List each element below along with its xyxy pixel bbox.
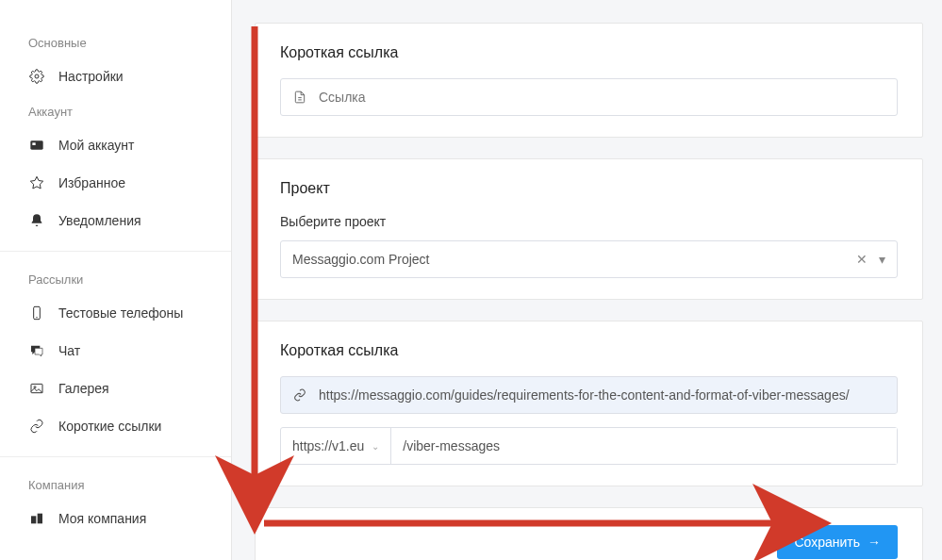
chevron-down-icon[interactable]: ▾ bbox=[879, 252, 885, 267]
project-field-label: Выберите проект bbox=[280, 214, 898, 229]
card-short-link-result: Короткая ссылка https://v1.eu ⌄ bbox=[255, 321, 923, 486]
card-title: Короткая ссылка bbox=[280, 342, 898, 359]
card-project: Проект Выберите проект Messaggio.com Pro… bbox=[255, 158, 923, 300]
sidebar-item-account[interactable]: Мой аккаунт bbox=[0, 126, 231, 164]
svg-rect-8 bbox=[31, 516, 36, 523]
save-button-label: Сохранить bbox=[794, 535, 860, 550]
sidebar-item-label: Тестовые телефоны bbox=[58, 305, 183, 321]
chevron-down-icon: ⌄ bbox=[372, 441, 379, 452]
clear-icon[interactable]: ✕ bbox=[856, 252, 868, 267]
sidebar-item-chat[interactable]: Чат bbox=[0, 332, 231, 370]
sidebar-item-notifications[interactable]: Уведомления bbox=[0, 202, 231, 239]
domain-select[interactable]: https://v1.eu ⌄ bbox=[281, 428, 391, 464]
sidebar-item-label: Мой аккаунт bbox=[58, 138, 134, 153]
sidebar-section-account: Аккаунт bbox=[0, 95, 231, 126]
arrow-right-icon: → bbox=[868, 535, 881, 550]
full-url-display bbox=[280, 376, 898, 414]
sidebar-item-label: Уведомления bbox=[58, 213, 141, 228]
chat-icon bbox=[28, 342, 45, 359]
sidebar-item-test-phones[interactable]: Тестовые телефоны bbox=[0, 294, 231, 332]
gear-icon bbox=[28, 68, 45, 85]
sidebar-item-label: Чат bbox=[58, 343, 80, 358]
main-content: Короткая ссылка Проект Выберите проект M… bbox=[232, 0, 942, 560]
footer-actions: Сохранить → bbox=[255, 507, 923, 560]
save-button[interactable]: Сохранить → bbox=[777, 525, 898, 559]
bell-icon bbox=[28, 212, 45, 229]
svg-point-0 bbox=[35, 74, 39, 78]
card-title: Короткая ссылка bbox=[280, 44, 898, 61]
sidebar-item-gallery[interactable]: Галерея bbox=[0, 370, 231, 407]
link-input-row[interactable] bbox=[280, 78, 898, 116]
card-title: Проект bbox=[280, 180, 898, 197]
project-selected-value: Messaggio.com Project bbox=[292, 252, 856, 267]
gallery-icon bbox=[28, 380, 45, 397]
phone-icon bbox=[28, 305, 45, 321]
link-input[interactable] bbox=[319, 90, 897, 105]
svg-rect-2 bbox=[32, 142, 35, 145]
star-icon bbox=[28, 174, 45, 191]
sidebar-item-favorites[interactable]: Избранное bbox=[0, 164, 231, 202]
divider bbox=[0, 456, 231, 457]
full-url-value bbox=[319, 387, 897, 403]
svg-rect-9 bbox=[38, 514, 42, 524]
document-icon bbox=[281, 91, 319, 104]
svg-marker-3 bbox=[30, 176, 42, 189]
sidebar-item-label: Избранное bbox=[58, 175, 125, 190]
project-select[interactable]: Messaggio.com Project ✕ ▾ bbox=[280, 240, 898, 278]
company-icon bbox=[28, 510, 45, 527]
svg-rect-1 bbox=[30, 140, 42, 149]
id-card-icon bbox=[28, 137, 45, 154]
short-url-row: https://v1.eu ⌄ bbox=[280, 427, 898, 465]
sidebar-section-mailings: Рассылки bbox=[0, 263, 231, 294]
card-short-link-input: Короткая ссылка bbox=[255, 23, 923, 138]
slug-input[interactable] bbox=[391, 428, 897, 464]
sidebar-item-label: Настройки bbox=[58, 69, 124, 84]
sidebar: Основные Настройки Аккаунт Мой аккаунт И… bbox=[0, 0, 232, 560]
link-icon bbox=[28, 418, 45, 435]
sidebar-item-label: Моя компания bbox=[58, 511, 146, 526]
sidebar-section-main: Основные bbox=[0, 26, 231, 58]
sidebar-item-label: Галерея bbox=[58, 381, 109, 396]
sidebar-item-label: Короткие ссылки bbox=[58, 419, 161, 434]
sidebar-section-company: Компания bbox=[0, 469, 231, 500]
sidebar-item-short-links[interactable]: Короткие ссылки bbox=[0, 407, 231, 445]
divider bbox=[0, 251, 231, 252]
domain-value: https://v1.eu bbox=[292, 438, 364, 453]
link-icon bbox=[281, 388, 319, 402]
sidebar-item-company[interactable]: Моя компания bbox=[0, 500, 231, 537]
sidebar-item-settings[interactable]: Настройки bbox=[0, 58, 231, 95]
